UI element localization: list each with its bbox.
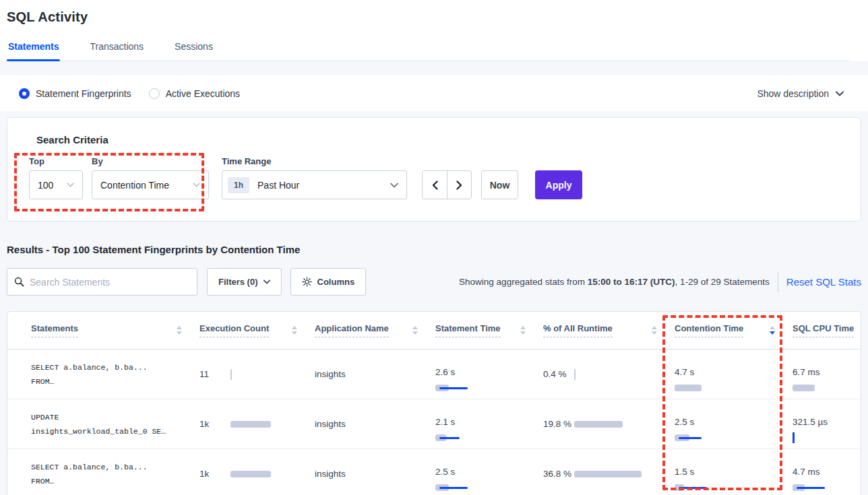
col-header-sql-cpu-time[interactable]: SQL CPU Time [793, 323, 868, 337]
statement-time-value: 2.6 s [435, 366, 473, 378]
col-header-label[interactable]: SQL CPU Time [793, 323, 854, 337]
col-header-runtime-pct[interactable]: % of All Runtime [543, 323, 675, 337]
col-header-contention-time[interactable]: Contention Time [675, 323, 793, 337]
columns-label: Columns [317, 277, 355, 287]
search-criteria-panel: Search Criteria Top 100 By Contention Ti… [7, 117, 861, 222]
time-prev-button[interactable] [423, 171, 447, 199]
search-criteria-form: Top 100 By Contention Time Time Range 1h… [36, 156, 847, 199]
execution-count-value: 1k [199, 419, 228, 429]
by-select[interactable]: Contention Time [92, 170, 209, 199]
time-next-button[interactable] [447, 171, 471, 199]
runtime-pct-bar [574, 469, 654, 479]
by-select-value: Contention Time [100, 180, 193, 191]
contention-time-cell: 2.5 s [675, 416, 793, 433]
filters-label: Filters (0) [218, 277, 258, 287]
time-range-select[interactable]: 1h Past Hour [222, 170, 407, 199]
execution-count-cell: 11 [199, 369, 315, 379]
page-title: SQL Activity [7, 9, 849, 25]
cpu-time-cell: 321.5 µs [793, 416, 857, 433]
col-header-statements[interactable]: Statements [31, 323, 199, 337]
stats-range: 15:00 to 16:17 (UTC) [588, 277, 675, 287]
col-header-application-name[interactable]: Application Name [315, 323, 435, 337]
search-icon [14, 277, 24, 287]
col-header-label[interactable]: Execution Count [199, 323, 269, 337]
filters-button[interactable]: Filters (0) [207, 268, 282, 296]
col-header-label[interactable]: Statement Time [435, 323, 501, 337]
runtime-pct-value: 19.8 % [543, 419, 571, 429]
top-field: Top 100 [29, 156, 83, 199]
reset-sql-stats-link[interactable]: Reset SQL Stats [786, 276, 861, 288]
sort-icon[interactable] [292, 326, 297, 335]
statement-link[interactable]: SELECT a.balance, b.ba... FROM… [31, 360, 199, 389]
chevron-down-icon [836, 91, 844, 96]
statement-line1: UPDATE [31, 410, 199, 424]
cpu-time-value: 321.5 µs [793, 416, 830, 428]
statement-time-value: 2.1 s [435, 416, 473, 428]
table-row: SELECT a.balance, b.ba... FROM… 1k insig… [7, 449, 861, 495]
radio-selected-icon[interactable] [19, 88, 30, 99]
chevron-down-icon [67, 183, 74, 187]
statement-line2: insights_workload_table_0 SE… [31, 424, 199, 438]
contention-time-cell: 4.7 s [675, 366, 793, 383]
results-controls: Filters (0) Columns Showing aggregated s… [7, 268, 861, 296]
application-name-cell: insights [315, 469, 435, 479]
page-header: SQL Activity Statements Transactions Ses… [0, 0, 868, 61]
statements-table: Statements Execution Count Application N… [7, 311, 861, 495]
chevron-down-icon [264, 279, 270, 284]
table-row: UPDATE insights_workload_table_0 SE… 1k … [7, 399, 861, 449]
sort-icon[interactable] [520, 326, 526, 335]
execution-count-cell: 1k [199, 419, 315, 429]
radio-label: Active Executions [166, 88, 241, 99]
statement-time-value: 2.5 s [435, 465, 473, 478]
cpu-time-cell: 4.7 ms [793, 465, 857, 483]
sort-icon[interactable] [177, 326, 182, 335]
runtime-pct-cell: 19.8 % [543, 419, 675, 429]
statement-line2: FROM… [31, 374, 199, 389]
radio-active-executions[interactable]: Active Executions [149, 88, 241, 99]
chevron-down-icon [193, 183, 200, 187]
statement-link[interactable]: SELECT a.balance, b.ba... FROM… [31, 460, 199, 488]
sort-icon[interactable] [770, 326, 775, 335]
runtime-pct-value: 36.8 % [543, 469, 571, 479]
col-header-label[interactable]: Statements [31, 323, 78, 337]
stats-summary: Showing aggregated stats from 15:00 to 1… [459, 277, 770, 287]
tab-sessions[interactable]: Sessions [173, 41, 214, 61]
runtime-pct-bar [574, 370, 654, 379]
search-input[interactable] [30, 277, 190, 288]
application-name-cell: insights [315, 369, 435, 379]
table-row: SELECT a.balance, b.ba... FROM… 11 insig… [7, 350, 861, 399]
time-step-buttons [422, 170, 472, 199]
now-button[interactable]: Now [481, 170, 518, 199]
col-header-statement-time[interactable]: Statement Time [435, 323, 543, 337]
tab-transactions[interactable]: Transactions [88, 41, 145, 61]
col-header-label[interactable]: Contention Time [675, 323, 743, 337]
cpu-time-value: 6.7 ms [793, 366, 830, 378]
statement-line1: SELECT a.balance, b.ba... [31, 460, 199, 474]
show-description-toggle[interactable]: Show description [757, 88, 844, 99]
sort-icon[interactable] [652, 326, 657, 335]
execution-count-bar [230, 469, 294, 479]
top-select-value: 100 [38, 180, 67, 191]
top-select[interactable]: 100 [29, 170, 83, 199]
sort-icon[interactable] [412, 326, 418, 335]
radio-unselected-icon[interactable] [149, 88, 160, 99]
tab-statements[interactable]: Statements [7, 41, 60, 61]
statement-time-cell: 2.1 s [435, 416, 543, 433]
time-range-badge: 1h [228, 177, 249, 193]
apply-button[interactable]: Apply [535, 170, 582, 199]
runtime-pct-cell: 0.4 % [543, 369, 675, 379]
columns-button[interactable]: Columns [290, 268, 367, 296]
statement-link[interactable]: UPDATE insights_workload_table_0 SE… [31, 410, 199, 438]
col-header-label[interactable]: Application Name [315, 323, 389, 337]
col-header-label[interactable]: % of All Runtime [543, 323, 613, 337]
statement-line2: FROM… [31, 474, 199, 488]
col-header-execution-count[interactable]: Execution Count [199, 323, 315, 337]
table-header-row: Statements Execution Count Application N… [7, 312, 861, 350]
radio-statement-fingerprints[interactable]: Statement Fingerprints [19, 88, 131, 99]
gear-icon [302, 277, 312, 287]
execution-count-bar [230, 370, 294, 379]
statement-search-box[interactable] [7, 268, 197, 296]
runtime-pct-value: 0.4 % [543, 369, 571, 379]
cpu-time-cell: 6.7 ms [793, 366, 857, 383]
contention-time-value: 4.7 s [675, 366, 712, 378]
